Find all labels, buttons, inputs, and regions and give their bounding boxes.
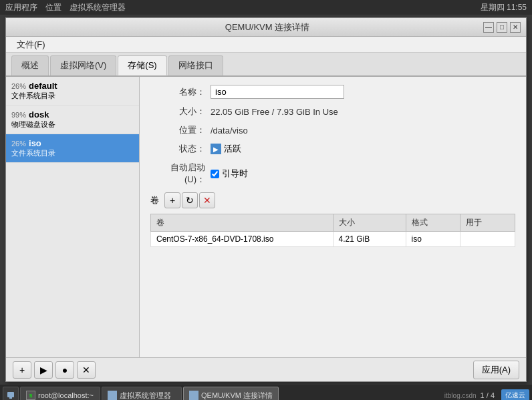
pool-dosk-percent: 99% <box>11 111 26 119</box>
tab-vnet[interactable]: 虚拟网络(V) <box>50 55 116 75</box>
col-header-use: 用于 <box>460 214 515 232</box>
file-menu[interactable]: 文件(F) <box>11 37 51 52</box>
pool-default-name: default <box>29 81 57 91</box>
terminal-label: root@localhost:~ <box>38 391 94 399</box>
delete-pool-button[interactable]: ✕ <box>77 361 96 379</box>
autostart-label: 自动启动(U)： <box>150 162 211 186</box>
location-label: 位置： <box>150 124 211 136</box>
cloud-label: 亿速云 <box>501 389 529 400</box>
svg-rect-0 <box>7 392 14 397</box>
size-label: 大小： <box>150 106 211 118</box>
name-label: 名称： <box>150 86 211 98</box>
vm-manager-menu[interactable]: 虚拟系统管理器 <box>70 2 126 13</box>
name-field-row: 名称： <box>150 85 515 99</box>
col-header-size: 大小 <box>333 214 406 232</box>
stop-pool-button[interactable]: ● <box>55 361 74 379</box>
places-menu[interactable]: 位置 <box>45 2 61 13</box>
taskbar-top: 应用程序 位置 虚拟系统管理器 星期四 11:55 <box>0 0 532 15</box>
add-volume-button[interactable]: + <box>164 192 180 208</box>
pool-dosk-name: dosk <box>29 110 49 120</box>
start-pool-button[interactable]: ▶ <box>34 361 53 379</box>
col-header-name: 卷 <box>151 214 334 232</box>
taskbar-vm-manager[interactable]: 虚拟系统管理器 <box>102 387 182 400</box>
apps-menu[interactable]: 应用程序 <box>5 2 37 13</box>
pool-default-type: 文件系统目录 <box>11 91 134 101</box>
qemu-label: QEMU/KVM 连接详情 <box>201 391 273 401</box>
storage-detail-panel: 名称： 大小： 22.05 GiB Free / 7.93 GiB In Use… <box>140 77 526 357</box>
size-field-row: 大小： 22.05 GiB Free / 7.93 GiB In Use <box>150 106 515 118</box>
vol-format-cell: iso <box>406 232 460 247</box>
qemu-icon <box>189 391 198 400</box>
terminal-icon: $ <box>26 391 35 400</box>
autostart-value: 引导时 <box>222 168 248 180</box>
volumes-table: 卷 大小 格式 用于 CentOS-7-x86_64-DVD-1708.iso … <box>150 214 515 247</box>
svg-rect-1 <box>9 397 12 399</box>
vol-size-cell: 4.21 GiB <box>333 232 406 247</box>
window-titlebar: QEMU/KVM 连接详情 — □ ✕ <box>6 18 526 37</box>
tab-netif[interactable]: 网络接口 <box>168 55 223 75</box>
tab-overview[interactable]: 概述 <box>11 55 49 75</box>
bottom-left-buttons: + ▶ ● ✕ <box>13 361 96 379</box>
taskbar-bottom: $ root@localhost:~ 虚拟系统管理器 QEMU/KVM 连接详情… <box>0 385 532 400</box>
volumes-toolbar: 卷 + ↻ ✕ <box>150 192 515 208</box>
pool-item-dosk[interactable]: 99% dosk 物理磁盘设备 <box>6 106 139 134</box>
storage-pools-list: 26% default 文件系统目录 99% dosk 物理磁盘设备 26% i… <box>6 77 140 357</box>
state-field-row: 状态： ▶ 活跃 <box>150 143 515 155</box>
volumes-table-header: 卷 大小 格式 用于 <box>151 214 515 232</box>
taskbar-right: itblog.csdn 1 / 4 亿速云 <box>444 389 529 400</box>
delete-volume-button[interactable]: ✕ <box>199 192 215 208</box>
desktop-icon <box>7 391 15 399</box>
content-area: 26% default 文件系统目录 99% dosk 物理磁盘设备 26% i… <box>6 77 526 357</box>
state-text: 活跃 <box>224 143 241 155</box>
pool-item-iso[interactable]: 26% iso 文件系统目录 <box>6 134 139 163</box>
vol-name-cell: CentOS-7-x86_64-DVD-1708.iso <box>151 232 334 247</box>
autostart-checkbox[interactable] <box>211 170 219 178</box>
state-label: 状态： <box>150 143 211 155</box>
apply-button[interactable]: 应用(A) <box>473 361 519 379</box>
main-window: QEMU/KVM 连接详情 — □ ✕ 文件(F) 概述 虚拟网络(V) 存储(… <box>5 17 527 382</box>
pool-iso-name: iso <box>29 138 41 148</box>
volumes-label: 卷 <box>150 194 159 206</box>
pool-item-default[interactable]: 26% default 文件系统目录 <box>6 77 139 106</box>
tabs-bar: 概述 虚拟网络(V) 存储(S) 网络接口 <box>6 53 526 77</box>
location-field-row: 位置： /data/viso <box>150 124 515 136</box>
location-value: /data/viso <box>211 126 248 136</box>
maximize-button[interactable]: □ <box>497 22 507 33</box>
refresh-volumes-button[interactable]: ↻ <box>182 192 198 208</box>
tab-storage[interactable]: 存储(S) <box>118 55 166 75</box>
top-right-status: 星期四 11:55 <box>481 2 527 13</box>
taskbar-qemu[interactable]: QEMU/KVM 连接详情 <box>183 387 279 400</box>
add-pool-button[interactable]: + <box>13 361 31 379</box>
pool-dosk-type: 物理磁盘设备 <box>11 120 134 130</box>
pool-iso-type: 文件系统目录 <box>11 148 134 158</box>
taskbar-first-item[interactable] <box>3 387 19 400</box>
autostart-field-row: 自动启动(U)： 引导时 <box>150 162 515 186</box>
taskbar-terminal[interactable]: $ root@localhost:~ <box>20 387 100 400</box>
close-button[interactable]: ✕ <box>510 22 521 33</box>
col-header-format: 格式 <box>406 214 460 232</box>
autostart-checkbox-row: 引导时 <box>211 168 248 180</box>
size-value: 22.05 GiB Free / 7.93 GiB In Use <box>211 107 338 117</box>
vol-use-cell <box>460 232 515 247</box>
window-controls: — □ ✕ <box>483 22 521 33</box>
pool-default-percent: 26% <box>11 82 26 90</box>
table-row[interactable]: CentOS-7-x86_64-DVD-1708.iso 4.21 GiB is… <box>151 232 515 247</box>
minimize-button[interactable]: — <box>483 22 494 33</box>
clock: 星期四 11:55 <box>481 2 527 13</box>
menubar: 文件(F) <box>6 37 526 53</box>
page-indicator: 1 / 4 <box>481 391 497 399</box>
bottom-toolbar: + ▶ ● ✕ 应用(A) <box>6 357 526 381</box>
top-left-menu: 应用程序 位置 虚拟系统管理器 <box>5 2 126 13</box>
state-play-icon: ▶ <box>211 144 221 154</box>
window-title: QEMU/KVM 连接详情 <box>51 21 483 33</box>
name-input[interactable] <box>211 85 344 99</box>
watermark-text: itblog.csdn <box>444 392 477 399</box>
vm-manager-label: 虚拟系统管理器 <box>120 391 171 401</box>
pool-iso-percent: 26% <box>11 140 26 148</box>
vm-manager-icon <box>108 391 117 400</box>
state-value: ▶ 活跃 <box>211 143 241 155</box>
